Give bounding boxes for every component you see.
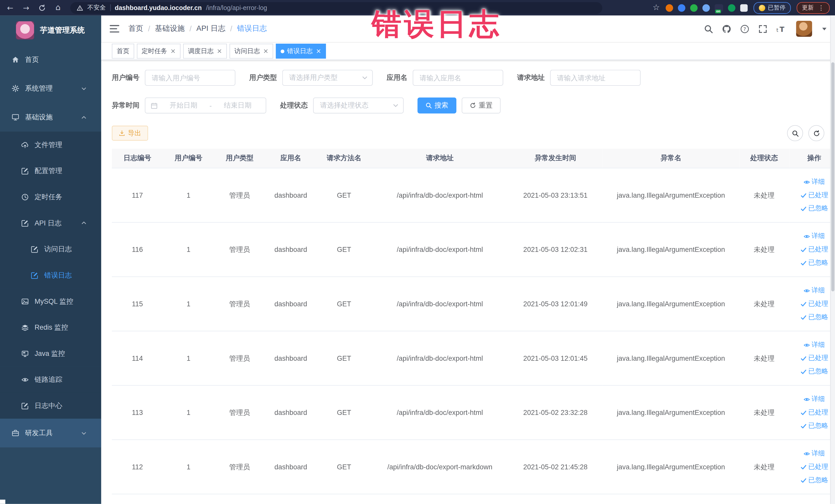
sidebar-menu: 首页系统管理基础设施文件管理配置管理定时任务API 日志访问日志错误日志MySQ… — [0, 45, 101, 447]
tab-home[interactable]: 首页 — [112, 44, 134, 59]
avatar-caret-down-icon[interactable] — [822, 27, 827, 30]
extension-blue-grid-icon[interactable] — [702, 4, 710, 12]
extension-orange-circle-icon[interactable] — [666, 4, 673, 12]
action-label: 详细 — [812, 449, 825, 458]
cell-actions: 详细已处理已忽略 — [789, 277, 835, 331]
address-bar[interactable]: 不安全 dashboard.yudao.iocoder.cn/infra/log… — [70, 2, 603, 14]
url-host: dashboard.yudao.iocoder.cn — [115, 4, 202, 12]
action-processed-link[interactable]: 已处理 — [800, 245, 828, 254]
sidebar-item-infrastructure[interactable]: 基础设施 — [0, 103, 101, 132]
app-name-input[interactable] — [413, 70, 503, 86]
annotation-title: 错误日志 — [372, 4, 502, 45]
action-label: 已处理 — [808, 191, 828, 200]
help-icon[interactable]: ? — [740, 24, 749, 33]
github-icon[interactable] — [722, 24, 731, 33]
browser-home-icon[interactable]: ⌂ — [53, 4, 63, 12]
action-processed-link[interactable]: 已处理 — [800, 408, 828, 417]
action-processed-link[interactable]: 已处理 — [800, 462, 828, 471]
action-processed-link[interactable]: 已处理 — [800, 354, 828, 363]
exception-time-range-picker[interactable]: 开始日期 - 结束日期 — [145, 98, 266, 114]
sidebar-item-label: 定时任务 — [35, 192, 62, 202]
tab-close-icon[interactable]: × — [316, 48, 321, 55]
breadcrumb-item[interactable]: 基础设施 — [155, 24, 185, 33]
update-button-label: 更新 — [802, 4, 814, 12]
search-icon[interactable] — [704, 24, 713, 33]
bookmark-star-icon[interactable]: ☆ — [653, 4, 660, 12]
paused-badge[interactable]: 已暂停 — [754, 2, 791, 14]
action-ignored-link[interactable]: 已忽略 — [800, 367, 828, 376]
action-ignored-link[interactable]: 已忽略 — [800, 476, 828, 485]
tab-close-icon[interactable]: × — [263, 48, 268, 55]
refresh-table-button[interactable] — [808, 125, 824, 141]
action-detail-link[interactable]: 详细 — [804, 340, 825, 349]
action-detail-link[interactable]: 详细 — [804, 286, 825, 295]
sidebar-item-redis-monitor[interactable]: Redis 监控 — [0, 314, 101, 340]
cell-method: GET — [316, 440, 372, 494]
browser-back-icon[interactable]: ← — [5, 4, 15, 12]
breadcrumb-item[interactable]: API 日志 — [196, 24, 225, 33]
sidebar-item-config-management[interactable]: 配置管理 — [0, 158, 101, 184]
sidebar-item-home[interactable]: 首页 — [0, 45, 101, 74]
action-processed-link[interactable]: 已处理 — [800, 299, 828, 308]
tab-close-icon[interactable]: × — [217, 48, 222, 55]
tab-scheduled-tasks[interactable]: 定时任务× — [137, 44, 180, 59]
action-ignored-link[interactable]: 已忽略 — [800, 258, 828, 267]
browser-reload-icon[interactable] — [37, 4, 47, 12]
sidebar-item-trace[interactable]: 链路追踪 — [0, 366, 101, 392]
tab-access-log[interactable]: 访问日志× — [229, 44, 273, 59]
user-type-select[interactable]: 请选择用户类型 — [282, 70, 373, 86]
error-log-icon — [31, 271, 38, 279]
reset-button[interactable]: 重置 — [462, 98, 501, 114]
extension-green-circle-icon[interactable] — [690, 4, 698, 12]
sidebar-item-api-log[interactable]: API 日志 — [0, 210, 101, 236]
export-button-label: 导出 — [128, 129, 141, 138]
process-status-select[interactable]: 请选择处理状态 — [313, 98, 404, 114]
action-ignored-link[interactable]: 已忽略 — [800, 421, 828, 430]
search-button[interactable]: 搜索 — [418, 98, 456, 114]
user-id-input[interactable] — [145, 70, 236, 86]
column-header: 用户类型 — [214, 149, 265, 168]
breadcrumb-item[interactable]: 错误日志 — [237, 24, 267, 33]
cell-method: GET — [316, 385, 372, 440]
extension-on-badge-icon[interactable]: on — [715, 4, 723, 12]
scrollbar-thumb[interactable] — [831, 62, 834, 291]
action-detail-link[interactable]: 详细 — [804, 395, 825, 404]
action-label: 详细 — [812, 231, 825, 241]
extension-green-leaf-icon[interactable] — [728, 4, 735, 12]
sidebar-item-error-log[interactable]: 错误日志 — [0, 262, 101, 288]
sidebar-item-dev-tools[interactable]: 研发工具 — [0, 419, 101, 447]
app-logo — [16, 21, 34, 40]
action-detail-link[interactable]: 详细 — [804, 231, 825, 241]
tab-error-log[interactable]: 错误日志× — [276, 44, 326, 59]
action-ignored-link[interactable]: 已忽略 — [800, 313, 828, 322]
tab-schedule-log[interactable]: 调度日志× — [183, 44, 227, 59]
export-button[interactable]: 导出 — [112, 126, 148, 141]
sidebar-item-file-management[interactable]: 文件管理 — [0, 132, 101, 158]
process-status-placeholder: 请选择处理状态 — [320, 101, 369, 110]
request-url-input[interactable] — [550, 70, 641, 86]
update-button[interactable]: 更新 ⋮ — [797, 2, 830, 14]
browser-forward-icon[interactable]: → — [21, 4, 31, 12]
tab-close-icon[interactable]: × — [170, 48, 176, 55]
sidebar-item-mysql-monitor[interactable]: MySQL 监控 — [0, 288, 101, 314]
kebab-menu-icon[interactable]: ⋮ — [818, 5, 824, 11]
sidebar-item-scheduled-tasks[interactable]: 定时任务 — [0, 184, 101, 210]
fullscreen-icon[interactable] — [758, 24, 767, 33]
extension-blue-shield-icon[interactable] — [678, 4, 685, 12]
toggle-search-button[interactable] — [787, 125, 803, 141]
sidebar-item-access-log[interactable]: 访问日志 — [0, 236, 101, 262]
action-detail-link[interactable]: 详细 — [804, 449, 825, 458]
hamburger-icon[interactable] — [109, 25, 119, 33]
page-scrollbar[interactable] — [830, 15, 835, 504]
extension-white-puzzle-icon[interactable] — [740, 4, 748, 12]
user-avatar[interactable] — [796, 21, 812, 37]
font-size-icon[interactable]: tT — [776, 24, 787, 33]
action-detail-link[interactable]: 详细 — [804, 177, 825, 186]
sidebar-item-java-monitor[interactable]: Java 监控 — [0, 340, 101, 367]
sidebar-item-system-management[interactable]: 系统管理 — [0, 74, 101, 103]
breadcrumb-item[interactable]: 首页 — [128, 24, 143, 33]
action-ignored-link[interactable]: 已忽略 — [800, 204, 828, 213]
sidebar-item-log-center[interactable]: 日志中心 — [0, 392, 101, 419]
app-logo-row[interactable]: 芋道管理系统 — [0, 15, 101, 45]
action-processed-link[interactable]: 已处理 — [800, 191, 828, 200]
